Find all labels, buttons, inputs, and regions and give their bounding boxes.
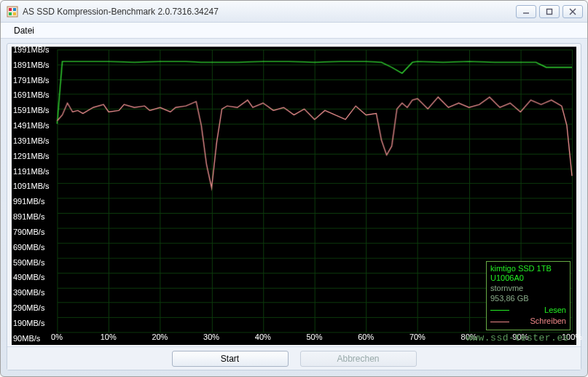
maximize-button[interactable]	[539, 5, 560, 18]
minimize-button[interactable]	[516, 5, 536, 18]
chart-area: 1991MB/s1891MB/s1791MB/s1691MB/s1591MB/s…	[12, 47, 576, 345]
cancel-button: Abbrechen	[300, 351, 417, 367]
svg-rect-4	[13, 12, 16, 15]
close-button[interactable]	[562, 5, 583, 18]
client-area: 1991MB/s1891MB/s1791MB/s1691MB/s1591MB/s…	[7, 43, 581, 370]
titlebar[interactable]: AS SSD Kompression-Benchmark 2.0.7316.34…	[1, 1, 587, 23]
menu-file[interactable]: Datei	[8, 24, 40, 37]
window-title: AS SSD Kompression-Benchmark 2.0.7316.34…	[23, 7, 516, 17]
window-controls	[516, 5, 583, 18]
button-row: Start Abbrechen	[7, 346, 581, 370]
svg-rect-6	[547, 9, 552, 14]
app-window: AS SSD Kompression-Benchmark 2.0.7316.34…	[0, 0, 588, 377]
svg-rect-2	[13, 8, 16, 11]
menubar: Datei	[1, 23, 587, 39]
app-icon	[7, 6, 18, 18]
svg-rect-1	[9, 8, 12, 11]
compression-chart	[12, 47, 576, 345]
svg-rect-3	[9, 12, 12, 15]
start-button[interactable]: Start	[172, 351, 289, 367]
